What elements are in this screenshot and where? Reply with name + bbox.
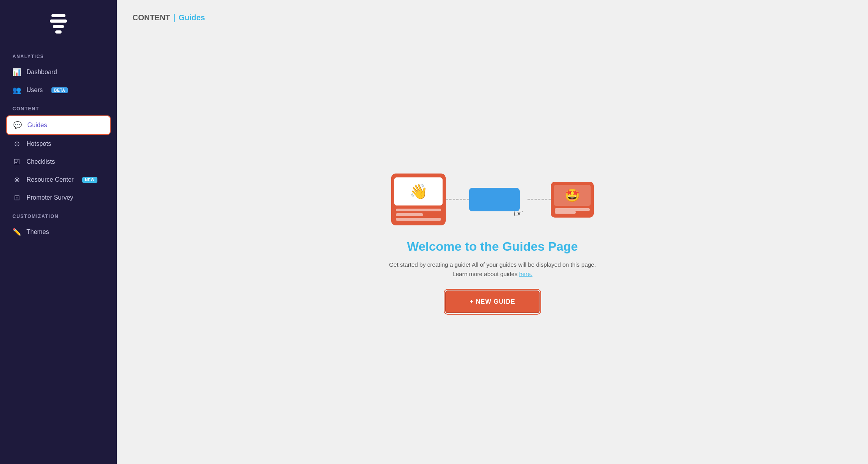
checklists-label: Checklists: [26, 158, 55, 165]
card3-lines: [554, 208, 591, 214]
breadcrumb-content: CONTENT: [132, 13, 170, 22]
new-guide-button[interactable]: + NEW GUIDE: [445, 290, 539, 313]
resource-center-icon: ⊗: [12, 175, 21, 184]
analytics-section-label: ANALYTICS: [0, 47, 117, 63]
new-badge: NEW: [82, 177, 97, 183]
content-section-label: CONTENT: [0, 99, 117, 115]
checklists-icon: ☑: [12, 158, 21, 166]
sidebar-item-themes[interactable]: ✏️ Themes: [0, 223, 117, 241]
customization-section-label: CUSTOMIZATION: [0, 207, 117, 223]
promoter-survey-icon: ⊡: [12, 193, 21, 202]
card-line-3: [396, 218, 441, 221]
resource-center-label: Resource Center: [26, 176, 74, 183]
sidebar-item-guides[interactable]: 💬 Guides: [6, 115, 111, 135]
welcome-desc: Get started by creating a guide! All of …: [387, 260, 598, 279]
guides-label: Guides: [27, 122, 47, 129]
sidebar-item-promoter-survey[interactable]: ⊡ Promoter Survey: [0, 189, 117, 207]
main-content: CONTENT | Guides 👋 ☞: [117, 0, 868, 464]
bar-chart-icon: 📊: [12, 68, 21, 76]
sidebar-item-hotspots[interactable]: ⊙ Hotspots: [0, 135, 117, 153]
connector-2: [528, 199, 551, 200]
card3-line-1: [555, 208, 590, 211]
breadcrumb-separator: |: [173, 12, 176, 23]
beta-badge: BETA: [51, 87, 68, 93]
hotspots-label: Hotspots: [26, 140, 51, 147]
card-line-1: [396, 209, 441, 211]
svg-rect-3: [55, 30, 62, 34]
connector-dots-2: [528, 199, 551, 200]
sidebar-item-checklists[interactable]: ☑ Checklists: [0, 153, 117, 171]
themes-icon: ✏️: [12, 228, 21, 236]
illustration-card-3: 🤩: [551, 182, 594, 218]
breadcrumb-current: Guides: [178, 13, 205, 22]
themes-label: Themes: [26, 228, 49, 236]
card3-emoji: 🤩: [554, 185, 591, 206]
sidebar-item-dashboard[interactable]: 📊 Dashboard: [0, 63, 117, 81]
card1-emoji: 👋: [394, 177, 443, 205]
breadcrumb: CONTENT | Guides: [117, 0, 868, 23]
card2-wrapper: ☞: [469, 188, 520, 211]
connector-dots-1: [446, 199, 469, 200]
guides-icon: 💬: [13, 121, 22, 129]
card1-lines: [394, 209, 443, 221]
promoter-survey-label: Promoter Survey: [26, 194, 73, 201]
sidebar-item-resource-center[interactable]: ⊗ Resource Center NEW: [0, 171, 117, 189]
logo: [0, 0, 117, 47]
users-label: Users: [26, 87, 43, 94]
card-line-2: [396, 213, 423, 216]
illustration-card-1: 👋: [391, 174, 446, 225]
svg-rect-0: [51, 14, 65, 17]
welcome-area: 👋 ☞ 🤩: [117, 23, 868, 464]
guides-illustration: 👋 ☞ 🤩: [391, 174, 594, 225]
hotspots-icon: ⊙: [12, 140, 21, 148]
connector-1: [446, 199, 469, 200]
users-icon: 👥: [12, 86, 21, 94]
illustration-card-2: [469, 188, 520, 211]
svg-rect-2: [53, 25, 64, 28]
sidebar: ANALYTICS 📊 Dashboard 👥 Users BETA CONTE…: [0, 0, 117, 464]
welcome-title: Welcome to the Guides Page: [407, 239, 578, 254]
card3-line-2: [555, 211, 576, 214]
learn-more-link[interactable]: here.: [519, 271, 532, 277]
welcome-desc-text: Get started by creating a guide! All of …: [389, 261, 596, 277]
sidebar-item-users[interactable]: 👥 Users BETA: [0, 81, 117, 99]
svg-rect-1: [50, 19, 67, 23]
dashboard-label: Dashboard: [26, 69, 57, 76]
